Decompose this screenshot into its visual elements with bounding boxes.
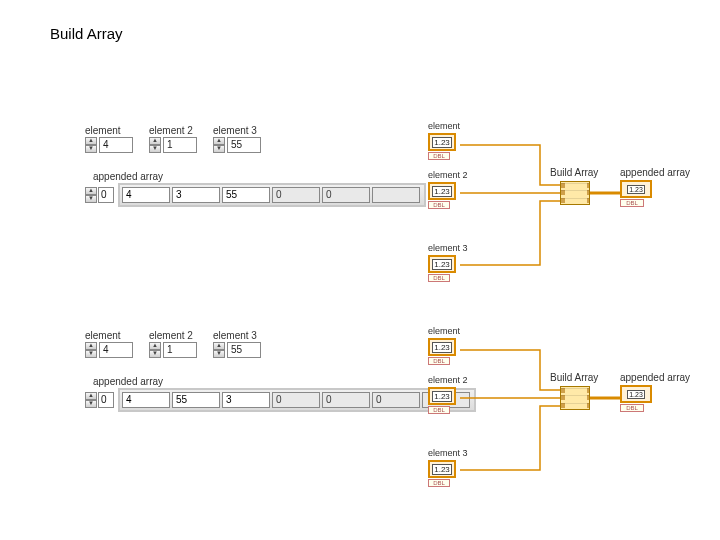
terminal-label: element [428, 326, 462, 336]
increment-decrement[interactable]: ▲▼ [149, 342, 161, 358]
numeric-input[interactable]: 1 [163, 137, 197, 153]
array-cell[interactable]: 4 [122, 187, 170, 203]
terminal-label: element 2 [428, 170, 462, 180]
terminal-label: element 3 [428, 448, 462, 458]
increment-decrement[interactable]: ▲▼ [85, 342, 97, 358]
array-cell[interactable]: 4 [122, 392, 170, 408]
terminal-element3: element 3 1.23 DBL [428, 243, 462, 282]
array-indicator-label: appended array [93, 376, 415, 387]
terminal-element2: element 2 1.23 DBL [428, 170, 462, 209]
terminal-type-tag: DBL [428, 479, 450, 487]
control-label: element 2 [149, 125, 197, 136]
array-cell[interactable]: 55 [222, 187, 270, 203]
terminal-label: element [428, 121, 462, 131]
front-panel: element ▲▼ 4 element 2 ▲▼ 1 element 3 ▲▼… [85, 125, 415, 207]
terminal-icon[interactable]: 1.23 [428, 460, 456, 478]
example-1: element ▲▼ 4 element 2 ▲▼ 1 element 3 ▲▼… [0, 115, 720, 285]
increment-decrement[interactable]: ▲▼ [85, 137, 97, 153]
front-panel: element ▲▼ 4 element 2 ▲▼ 1 element 3 ▲▼… [85, 330, 415, 412]
array-index[interactable]: 0 [98, 187, 114, 203]
increment-decrement[interactable]: ▲▼ [213, 342, 225, 358]
terminal-label: element 2 [428, 375, 462, 385]
terminal-icon[interactable]: 1.23 [428, 387, 456, 405]
terminal-type-tag: DBL [620, 404, 644, 412]
example-2: element ▲▼ 4 element 2 ▲▼ 1 element 3 ▲▼… [0, 320, 720, 490]
numeric-control-element2: element 2 ▲▼ 1 [149, 330, 197, 358]
array-cell[interactable] [372, 187, 420, 203]
increment-decrement[interactable]: ▲▼ [149, 137, 161, 153]
array-indicator: ▲▼ 0 435500 [85, 183, 415, 207]
control-label: element 3 [213, 125, 261, 136]
numeric-control-element: element ▲▼ 4 [85, 330, 133, 358]
terminal-icon[interactable]: 1.23 [428, 133, 456, 151]
terminal-appended-array: appended array 1.23 DBL [620, 167, 690, 207]
terminal-element: element 1.23 DBL [428, 326, 462, 365]
control-label: element 2 [149, 330, 197, 341]
terminal-icon[interactable]: 1.23 [428, 338, 456, 356]
numeric-input[interactable]: 55 [227, 342, 261, 358]
array-index[interactable]: 0 [98, 392, 114, 408]
increment-decrement[interactable]: ▲▼ [213, 137, 225, 153]
terminal-type-tag: DBL [428, 406, 450, 414]
numeric-control-element3: element 3 ▲▼ 55 [213, 330, 261, 358]
numeric-input[interactable]: 4 [99, 342, 133, 358]
block-diagram: element 1.23 DBL element 2 1.23 DBL elem… [420, 320, 680, 490]
index-increment-decrement[interactable]: ▲▼ [85, 187, 97, 203]
build-array-node[interactable] [560, 386, 590, 410]
array-cells: 435500 [118, 183, 426, 207]
array-indicator: ▲▼ 0 4553000 [85, 388, 415, 412]
array-cell[interactable]: 55 [172, 392, 220, 408]
numeric-input[interactable]: 1 [163, 342, 197, 358]
numeric-control-element3: element 3 ▲▼ 55 [213, 125, 261, 153]
array-cell[interactable]: 0 [322, 187, 370, 203]
numeric-control-element2: element 2 ▲▼ 1 [149, 125, 197, 153]
terminal-element2: element 2 1.23 DBL [428, 375, 462, 414]
numeric-input[interactable]: 4 [99, 137, 133, 153]
terminal-label: element 3 [428, 243, 462, 253]
terminal-icon[interactable]: 1.23 [428, 255, 456, 273]
terminal-element3: element 3 1.23 DBL [428, 448, 462, 487]
array-cell[interactable]: 0 [272, 392, 320, 408]
terminal-type-tag: DBL [428, 357, 450, 365]
control-label: element [85, 125, 133, 136]
array-indicator-label: appended array [93, 171, 415, 182]
terminal-type-tag: DBL [428, 152, 450, 160]
terminal-label: appended array [620, 372, 690, 383]
terminal-element: element 1.23 DBL [428, 121, 462, 160]
terminal-type-tag: DBL [428, 274, 450, 282]
build-array-label: Build Array [550, 372, 598, 383]
numeric-control-element: element ▲▼ 4 [85, 125, 133, 153]
array-cell[interactable]: 3 [222, 392, 270, 408]
block-diagram: element 1.23 DBL element 2 1.23 DBL elem… [420, 115, 680, 285]
terminal-appended-array: appended array 1.23 DBL [620, 372, 690, 412]
array-cell[interactable]: 0 [322, 392, 370, 408]
index-increment-decrement[interactable]: ▲▼ [85, 392, 97, 408]
terminal-label: appended array [620, 167, 690, 178]
build-array-node[interactable] [560, 181, 590, 205]
control-label: element 3 [213, 330, 261, 341]
array-cell[interactable]: 3 [172, 187, 220, 203]
terminal-type-tag: DBL [620, 199, 644, 207]
array-cell[interactable]: 0 [372, 392, 420, 408]
terminal-icon[interactable]: 1.23 [620, 385, 652, 403]
terminal-icon[interactable]: 1.23 [620, 180, 652, 198]
array-cell[interactable]: 0 [272, 187, 320, 203]
terminal-icon[interactable]: 1.23 [428, 182, 456, 200]
terminal-type-tag: DBL [428, 201, 450, 209]
build-array-label: Build Array [550, 167, 598, 178]
control-label: element [85, 330, 133, 341]
numeric-input[interactable]: 55 [227, 137, 261, 153]
page-title: Build Array [50, 25, 123, 42]
